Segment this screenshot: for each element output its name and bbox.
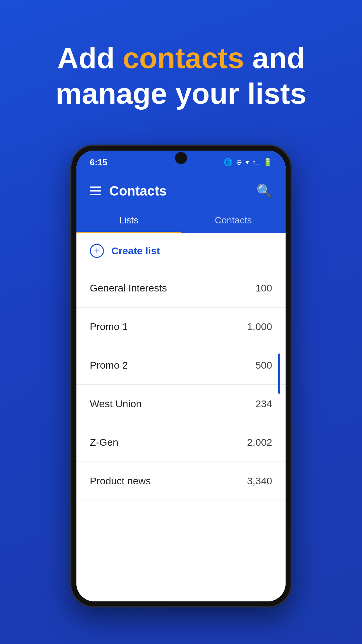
battery-icon: 🔋 [263, 158, 272, 167]
list-item-name: Z-Gen [90, 437, 118, 448]
create-list-icon: + [90, 244, 104, 258]
app-header: Contacts 🔍 [76, 174, 286, 208]
camera-notch [175, 152, 187, 164]
list-item-name: Promo 2 [90, 360, 128, 371]
list-item-name: Product news [90, 475, 151, 487]
header-left: Contacts [90, 183, 167, 199]
list-content: + Create list General Interests 100 Prom… [76, 233, 286, 601]
list-item-count: 100 [255, 282, 272, 294]
phone-frame: 6:15 🌐 ⊖ ▾ ↑↓ 🔋 Contacts [70, 145, 292, 607]
wifi-icon: ▾ [245, 158, 249, 167]
list-item-count: 500 [255, 360, 272, 371]
list-item[interactable]: Z-Gen 2,002 [76, 423, 286, 462]
hero-line1-suffix: and [244, 41, 305, 74]
phone-screen: 6:15 🌐 ⊖ ▾ ↑↓ 🔋 Contacts [76, 151, 286, 601]
list-item[interactable]: Promo 1 1,000 [76, 308, 286, 346]
hero-line2: manage your lists [56, 77, 306, 110]
list-item[interactable]: Product news 3,340 [76, 462, 286, 500]
hero-line1-prefix: Add [57, 41, 123, 74]
globe-icon: 🌐 [224, 158, 233, 167]
tab-contacts[interactable]: Contacts [181, 208, 286, 233]
list-item-count: 2,002 [247, 437, 272, 448]
menu-icon[interactable] [90, 186, 101, 195]
create-list-label: Create list [111, 245, 160, 257]
list-item[interactable]: West Union 234 [76, 385, 286, 423]
list-item[interactable]: Promo 2 500 [76, 346, 286, 385]
list-item-count: 234 [255, 398, 272, 410]
signal-icon: ↑↓ [252, 158, 260, 167]
dnd-icon: ⊖ [236, 158, 242, 167]
list-item[interactable]: General Interests 100 [76, 269, 286, 308]
list-item-count: 3,340 [247, 475, 272, 487]
tabs-bar: Lists Contacts [76, 208, 286, 233]
list-item-count: 1,000 [247, 321, 272, 332]
app-title: Contacts [109, 183, 167, 199]
create-list-button[interactable]: + Create list [76, 233, 286, 269]
list-item-name: Promo 1 [90, 321, 128, 332]
list-item-name: West Union [90, 398, 142, 410]
hero-line1-highlight: contacts [123, 41, 244, 74]
status-time: 6:15 [90, 157, 107, 168]
hero-section: Add contacts and manage your lists [36, 40, 326, 111]
search-icon[interactable]: 🔍 [256, 183, 272, 198]
scroll-indicator [278, 354, 280, 394]
list-item-name: General Interests [90, 282, 167, 294]
status-icons: 🌐 ⊖ ▾ ↑↓ 🔋 [224, 158, 272, 167]
tab-lists[interactable]: Lists [76, 208, 181, 233]
phone-mockup: 6:15 🌐 ⊖ ▾ ↑↓ 🔋 Contacts [70, 145, 292, 607]
